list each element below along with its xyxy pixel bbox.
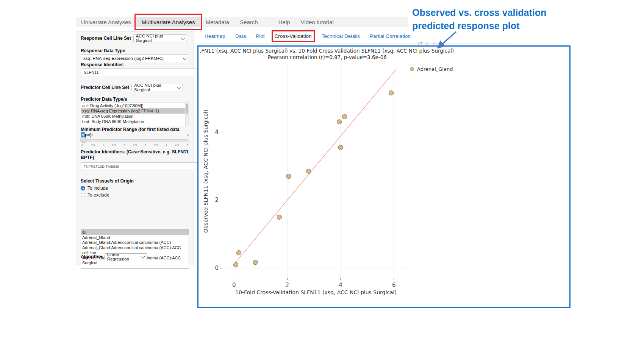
scatter-plot[interactable]: 024602410-Fold Cross-Validation SLFN11 (… bbox=[202, 61, 414, 303]
tissue-origin-label: Select Tissue/s of Origin bbox=[81, 178, 189, 184]
algorithm-select[interactable]: Linear Regression bbox=[105, 253, 147, 260]
listbox-scrollbar[interactable] bbox=[185, 103, 189, 126]
annotation-arrow-icon bbox=[432, 30, 462, 52]
listbox-option[interactable]: Adrenal_Gland bbox=[81, 235, 189, 240]
y-tick-label: 4 bbox=[215, 129, 219, 136]
x-tick-label: 2 bbox=[286, 282, 289, 289]
slider-tick-label: 4.5 bbox=[175, 144, 179, 147]
tissue-exclude-radio-label: To exclude bbox=[88, 192, 109, 198]
data-point[interactable] bbox=[306, 169, 311, 173]
slider-value-bubble: 0 bbox=[81, 132, 85, 137]
listbox-option[interactable]: Adrenal_Gland:Adrenocortical carcinoma (… bbox=[81, 240, 189, 245]
algorithm-value: Linear Regression bbox=[107, 252, 139, 261]
listbox-option[interactable]: all bbox=[81, 230, 189, 235]
predictor-cell-line-set-label: Predictor Cell Line Set bbox=[81, 85, 129, 90]
x-tick-label: 6 bbox=[392, 282, 396, 289]
select-chevron-icon bbox=[181, 36, 185, 40]
top-navigation: Univariate AnalysesMultivariate Analyses… bbox=[76, 17, 408, 27]
tab-technical-details[interactable]: Technical Details bbox=[322, 33, 360, 39]
annotation-red-box bbox=[272, 30, 315, 42]
response-data-type-select[interactable]: xsq: RNA-seq Expression (log2 FPKM+1) bbox=[81, 55, 189, 62]
plot-legend[interactable]: Adrenal_Gland bbox=[410, 66, 453, 72]
listbox-option[interactable]: bmt: Body DNA 850K Methylation bbox=[81, 119, 189, 124]
predictor-data-types-label: Predictor Data Type/s bbox=[81, 97, 189, 102]
response-cell-line-set-select[interactable]: ACC NCI plus Surgical bbox=[133, 34, 187, 42]
response-identifier-label: Response Identifier: bbox=[81, 62, 189, 67]
data-point[interactable] bbox=[389, 90, 394, 95]
y-tick-label: 2 bbox=[215, 197, 219, 203]
predictor-identifiers-label: Predictor Identifiers: (Case-Sensitive, … bbox=[81, 149, 189, 161]
algorithm-row: Algorithm Linear Regression bbox=[81, 253, 189, 260]
nav-item-metadata[interactable]: Metadata bbox=[200, 17, 235, 27]
x-axis-title: 10-Fold Cross-Validation SLFN11 (xsq, AC… bbox=[235, 289, 397, 295]
slider-tick-label: 3 bbox=[145, 144, 146, 147]
response-cell-line-set-label: Response Cell Line Set bbox=[81, 36, 131, 41]
slider-tick-label: 1.5 bbox=[112, 144, 116, 147]
tab-partial-correlation[interactable]: Partial Correlation bbox=[370, 33, 411, 39]
tab-cross-validation[interactable]: Cross-Validation bbox=[275, 33, 312, 39]
slider-tick-label: 3.5 bbox=[154, 144, 158, 147]
legend-label: Adrenal_Gland bbox=[417, 66, 453, 72]
nav-item-help[interactable]: Help bbox=[273, 17, 295, 27]
annotation-red-box bbox=[134, 14, 202, 30]
tab-plot[interactable]: Plot bbox=[256, 33, 264, 39]
nav-item-search[interactable]: Search bbox=[234, 17, 263, 27]
cross-validation-plot-panel: .FN11 (xsq, ACC NCI plus Surgical) vs. 1… bbox=[197, 45, 571, 308]
min-predictor-range-slider: 0 5 00.511.522.533.544.55 bbox=[81, 132, 189, 150]
analysis-settings-sidebar: Response Cell Line Set ACC NCI plus Surg… bbox=[76, 31, 194, 265]
regression-line bbox=[235, 69, 397, 263]
predictor-identifiers-input[interactable] bbox=[81, 162, 198, 170]
slider-tick-label: 0 bbox=[81, 144, 83, 147]
select-chevron-icon bbox=[141, 254, 145, 258]
select-chevron-icon bbox=[183, 56, 187, 60]
tabs-divider bbox=[200, 43, 514, 44]
slider-tick-label: 1 bbox=[103, 144, 104, 147]
plot-subtitle: Pearson correlation (r)=0.97, p-value=3.… bbox=[199, 54, 456, 60]
response-cell-line-set-value: ACC NCI plus Surgical bbox=[136, 34, 179, 43]
listbox-option[interactable]: xsq: RNA-seq Expression (log2 FPKM+1) bbox=[81, 108, 189, 114]
data-point[interactable] bbox=[234, 262, 238, 267]
nav-item-multivariate-analyses[interactable]: Multivariate Analyses bbox=[136, 17, 200, 27]
result-tabs: HeatmapDataPlotCross-ValidationTechnical… bbox=[205, 33, 411, 39]
tissue-exclude-radio-row[interactable]: To exclude bbox=[81, 192, 189, 198]
listbox-option[interactable]: act: Drug Activity (-log10[IC50M]) bbox=[81, 103, 189, 108]
radio-on-icon[interactable] bbox=[81, 186, 85, 190]
predictor-cell-line-set-select[interactable]: ACC NCI plus Surgical bbox=[131, 84, 183, 91]
response-data-type-label: Response Data Type bbox=[81, 48, 189, 53]
predictor-cell-line-set-value: ACC NCI plus Surgical bbox=[134, 83, 175, 92]
data-point[interactable] bbox=[337, 120, 342, 124]
tissue-include-radio-row[interactable]: To include bbox=[81, 186, 189, 191]
annotation-line1: Observed vs. cross validation bbox=[412, 6, 546, 19]
scrollbar-thumb[interactable] bbox=[186, 104, 188, 114]
nav-item-univariate-analyses[interactable]: Univariate Analyses bbox=[76, 17, 136, 27]
tissue-include-radio-label: To include bbox=[88, 186, 108, 191]
response-identifier-input[interactable] bbox=[81, 69, 198, 76]
data-point[interactable] bbox=[277, 215, 281, 219]
tissue-origin-listbox[interactable]: allAdrenal_GlandAdrenal_Gland:Adrenocort… bbox=[81, 229, 189, 269]
slider-track[interactable] bbox=[81, 139, 189, 142]
data-point[interactable] bbox=[342, 114, 347, 119]
nav-item-video-tutorial[interactable]: Video tutorial bbox=[295, 17, 339, 27]
plot-title: .FN11 (xsq, ACC NCI plus Surgical) vs. 1… bbox=[200, 48, 456, 54]
data-point[interactable] bbox=[338, 145, 343, 150]
tab-heatmap[interactable]: Heatmap bbox=[205, 33, 225, 39]
data-point[interactable] bbox=[253, 260, 258, 265]
slider-handle[interactable] bbox=[80, 137, 86, 143]
data-point[interactable] bbox=[286, 174, 291, 178]
annotation-callout: Observed vs. cross validation predicted … bbox=[412, 6, 546, 33]
x-tick-label: 0 bbox=[232, 282, 236, 289]
y-tick-label: 0 bbox=[215, 265, 219, 272]
predictor-cell-line-set-row: Predictor Cell Line Set ACC NCI plus Sur… bbox=[81, 84, 189, 91]
slider-tick-label: 5 bbox=[187, 144, 188, 147]
predictor-data-types-listbox[interactable]: act: Drug Activity (-log10[IC50M])xsq: R… bbox=[81, 103, 189, 126]
data-point[interactable] bbox=[236, 251, 241, 255]
slider-tick-label: 0.5 bbox=[91, 144, 95, 147]
response-data-type-value: xsq: RNA-seq Expression (log2 FPKM+1) bbox=[83, 56, 164, 61]
slider-tick-label: 4 bbox=[166, 144, 167, 147]
listbox-option[interactable]: mth: DNA 850K Methylation bbox=[81, 114, 189, 119]
tab-data[interactable]: Data bbox=[235, 33, 246, 39]
algorithm-label: Algorithm bbox=[81, 254, 102, 259]
radio-off-icon[interactable] bbox=[81, 193, 85, 197]
response-cell-line-set-row: Response Cell Line Set ACC NCI plus Surg… bbox=[81, 34, 189, 42]
slider-tick-labels: 00.511.522.533.544.55 bbox=[81, 144, 188, 147]
